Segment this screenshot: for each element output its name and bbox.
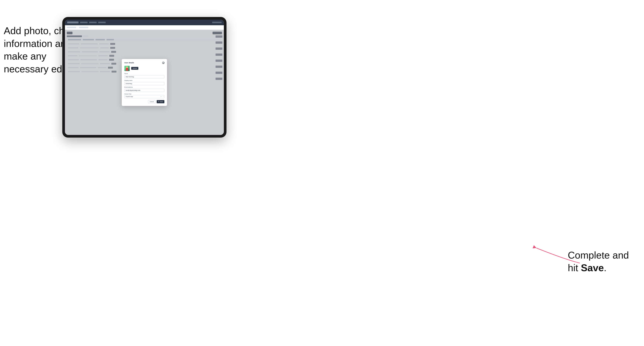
nav-item-2 <box>89 22 97 23</box>
modal-actions: Cancel ⬆ Save <box>124 100 164 103</box>
display-name-label: Display name <box>124 80 164 81</box>
name-label: Name <box>124 73 164 74</box>
modal-overlay: User details × Upload <box>65 30 224 135</box>
modal-close-button[interactable]: × <box>162 62 164 64</box>
name-input[interactable] <box>124 75 164 78</box>
app-content-area: User details × Upload <box>65 30 224 135</box>
school-year-select-wrapper: Fourth Year First Year Second Year Third… <box>124 95 164 98</box>
photo-section: Upload <box>124 66 164 71</box>
app-logo <box>67 21 78 23</box>
app-subheader: › <box>65 25 224 30</box>
display-name-input[interactable] <box>124 82 164 85</box>
email-label: Email address <box>124 86 164 88</box>
breadcrumb-1 <box>67 27 76 28</box>
breadcrumb-2 <box>79 27 88 28</box>
school-year-label: School Year <box>124 93 164 95</box>
user-photo-thumbnail <box>124 66 130 71</box>
select-arrow-icon: ⌃ <box>163 96 164 97</box>
header-right-actions <box>212 22 222 23</box>
save-icon: ⬆ <box>158 101 159 102</box>
select-clear-icon[interactable]: × <box>160 96 162 97</box>
display-name-field-group: Display name <box>124 80 164 85</box>
modal-title-bar: User details × <box>124 62 164 64</box>
photo-body <box>126 68 128 71</box>
school-year-select[interactable]: Fourth Year First Year Second Year Third… <box>124 95 164 98</box>
email-field-group: Email address <box>124 86 164 92</box>
annotation-right: Complete and hit Save. <box>568 249 629 274</box>
save-button[interactable]: ⬆ Save <box>157 100 164 103</box>
nav-item-1 <box>80 22 88 23</box>
tablet-device: › <box>62 17 226 138</box>
tablet-screen: › <box>65 20 224 135</box>
school-year-field-group: School Year Fourth Year First Year Secon… <box>124 93 164 98</box>
upload-photo-button[interactable]: Upload <box>131 67 138 70</box>
main-content: User details × Upload <box>65 30 224 135</box>
cancel-button[interactable]: Cancel <box>148 100 156 103</box>
modal-title: User details <box>124 62 134 64</box>
name-field-group: Name <box>124 73 164 78</box>
user-details-modal: User details × Upload <box>122 59 167 106</box>
app-header <box>65 20 224 25</box>
nav-item-3 <box>98 22 106 23</box>
email-input[interactable] <box>124 89 164 92</box>
